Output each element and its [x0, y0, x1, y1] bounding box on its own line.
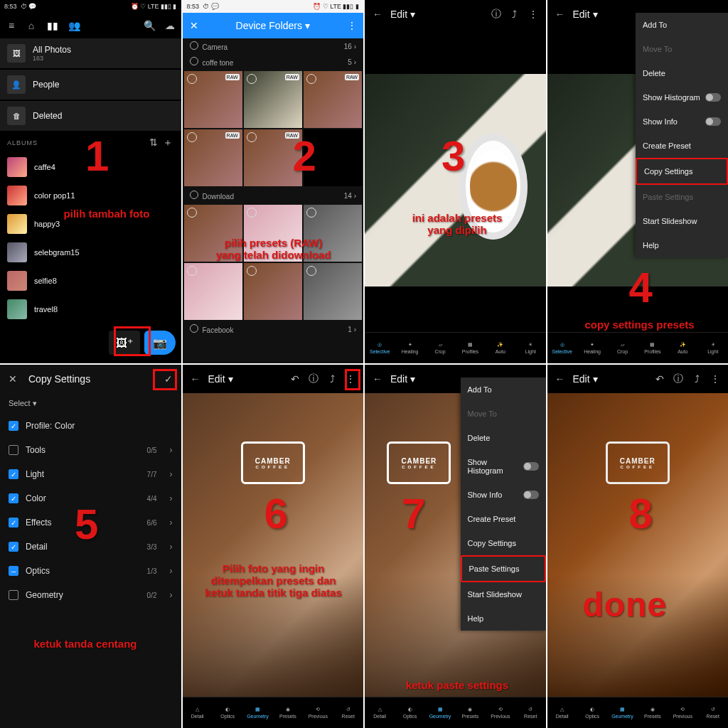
back-icon[interactable]: ←	[372, 9, 383, 20]
tool-selective[interactable]: ◎Selective	[368, 342, 392, 354]
toggle-icon[interactable]	[705, 93, 721, 102]
setting-row[interactable]: Optics1/3›	[0, 559, 181, 583]
folder-header[interactable]: Facebook1 ›	[183, 321, 364, 337]
setting-row[interactable]: ✓Color4/4›	[0, 486, 181, 510]
photo-thumb[interactable]	[304, 263, 362, 320]
menu-add-to[interactable]: Add To	[461, 378, 546, 402]
more-icon[interactable]: ⋮	[346, 20, 358, 31]
shared-icon[interactable]: 👥	[68, 20, 80, 31]
photo-thumb[interactable]: RAW	[304, 71, 362, 128]
back-icon[interactable]: ←	[190, 373, 201, 385]
menu-start-slideshow[interactable]: Start Slideshow	[636, 209, 728, 233]
album-row[interactable]: selebgram15	[0, 238, 181, 267]
menu-show-info[interactable]: Show Info	[636, 109, 728, 134]
setting-row[interactable]: ✓Effects6/6›	[0, 510, 181, 535]
photo-thumb[interactable]	[304, 205, 362, 262]
menu-icon[interactable]: ≡	[6, 20, 17, 31]
cloud-icon[interactable]: ☁	[164, 20, 176, 31]
photo-thumb[interactable]	[304, 129, 362, 186]
edit-canvas[interactable]	[365, 28, 546, 332]
undo-icon[interactable]: ↶	[654, 373, 665, 385]
tool-crop[interactable]: ▱Crop	[428, 342, 452, 354]
folder-header[interactable]: Download14 ›	[183, 188, 364, 203]
photo-thumb[interactable]	[184, 263, 242, 320]
photo-thumb[interactable]: RAW	[244, 129, 302, 186]
sort-icon[interactable]: ⇅	[149, 136, 160, 148]
tool-geometry[interactable]: ▦Geometry	[246, 707, 270, 719]
setting-row[interactable]: Geometry0/2›	[0, 583, 181, 607]
tool-profiles[interactable]: ▦Profiles	[641, 342, 665, 354]
info-icon[interactable]: ⓘ	[491, 9, 502, 20]
menu-show-info[interactable]: Show Info	[461, 483, 546, 507]
tool-detail[interactable]: △Detail	[368, 707, 392, 719]
back-icon[interactable]: ←	[555, 9, 566, 20]
setting-row[interactable]: ✓Detail3/3›	[0, 535, 181, 559]
edit-canvas[interactable]: CAMBERCOFFEE	[183, 393, 364, 697]
folder-header[interactable]: coffe tone5 ›	[183, 54, 364, 70]
tool-auto[interactable]: ✨Auto	[488, 342, 513, 354]
back-icon[interactable]: ←	[372, 373, 383, 385]
menu-delete[interactable]: Delete	[636, 61, 728, 85]
info-icon[interactable]: ⓘ	[308, 373, 319, 385]
album-row[interactable]: selfie8	[0, 267, 181, 295]
share-icon[interactable]: ⤴	[509, 9, 520, 20]
menu-show-histogram[interactable]: Show Histogram	[636, 85, 728, 109]
add-album-icon[interactable]: ＋	[163, 137, 174, 149]
toggle-icon[interactable]	[523, 462, 538, 471]
people-row[interactable]: 👤 People	[0, 70, 181, 100]
more-icon[interactable]: ⋮	[710, 373, 721, 385]
menu-copy-settings[interactable]: Copy Settings	[461, 531, 546, 555]
album-row[interactable]: caffe4	[0, 153, 181, 181]
info-icon[interactable]: ⓘ	[673, 373, 684, 385]
album-row[interactable]: color pop11	[0, 181, 181, 210]
tool-detail[interactable]: △Detail	[186, 707, 210, 719]
tool-previous[interactable]: ⟲Previous	[306, 707, 330, 719]
search-icon[interactable]: 🔍	[144, 20, 156, 31]
tool-auto[interactable]: ✨Auto	[670, 342, 695, 354]
menu-start-slideshow[interactable]: Start Slideshow	[461, 582, 546, 606]
tool-geometry[interactable]: ▦Geometry	[428, 707, 452, 719]
album-row[interactable]: travel8	[0, 295, 181, 323]
select-dropdown[interactable]: Select ▾	[0, 393, 181, 414]
tool-presets[interactable]: ◉Presets	[458, 707, 482, 719]
menu-show-histogram[interactable]: Show Histogram	[461, 450, 546, 483]
menu-help[interactable]: Help	[636, 233, 728, 257]
tool-reset[interactable]: ↺Reset	[336, 707, 360, 719]
folder-header[interactable]: Camera16 ›	[183, 38, 364, 54]
menu-create-preset[interactable]: Create Preset	[461, 507, 546, 531]
photo-thumb[interactable]: RAW	[184, 129, 242, 186]
menu-paste-settings[interactable]: Paste Settings	[461, 555, 546, 582]
tool-optics[interactable]: ◐Optics	[580, 707, 604, 719]
tool-light[interactable]: ☀Light	[701, 342, 725, 354]
album-row[interactable]: happy3	[0, 210, 181, 238]
close-icon[interactable]: ✕	[188, 20, 200, 31]
more-icon[interactable]: ⋮	[528, 9, 539, 20]
photo-thumb[interactable]	[184, 205, 242, 262]
share-icon[interactable]: ⤴	[691, 373, 702, 385]
toggle-icon[interactable]	[523, 491, 539, 499]
all-photos-row[interactable]: 🖼 All Photos163	[0, 38, 181, 68]
setting-row[interactable]: ✓Light7/7›	[0, 462, 181, 486]
edit-canvas[interactable]: CAMBERCOFFEE	[547, 393, 729, 697]
tool-optics[interactable]: ◐Optics	[398, 707, 422, 719]
deleted-row[interactable]: 🗑 Deleted	[0, 101, 181, 131]
tool-reset[interactable]: ↺Reset	[701, 707, 725, 719]
tool-presets[interactable]: ◉Presets	[641, 707, 665, 719]
tool-presets[interactable]: ◉Presets	[276, 707, 300, 719]
photo-thumb[interactable]	[244, 205, 302, 262]
tool-previous[interactable]: ⟲Previous	[488, 707, 513, 719]
tool-geometry[interactable]: ▦Geometry	[611, 707, 635, 719]
tool-crop[interactable]: ▱Crop	[611, 342, 635, 354]
undo-icon[interactable]: ↶	[289, 373, 301, 385]
tool-selective[interactable]: ◎Selective	[550, 342, 574, 354]
share-icon[interactable]: ⤴	[326, 373, 338, 385]
photo-thumb[interactable]: RAW	[184, 71, 242, 128]
menu-copy-settings[interactable]: Copy Settings	[636, 158, 728, 185]
tool-previous[interactable]: ⟲Previous	[670, 707, 695, 719]
tool-reset[interactable]: ↺Reset	[518, 707, 542, 719]
library-icon[interactable]: ▮▮	[47, 20, 58, 31]
toggle-icon[interactable]	[705, 117, 721, 126]
menu-help[interactable]: Help	[461, 606, 546, 631]
tool-light[interactable]: ☀Light	[518, 342, 542, 354]
back-icon[interactable]: ←	[555, 373, 566, 385]
